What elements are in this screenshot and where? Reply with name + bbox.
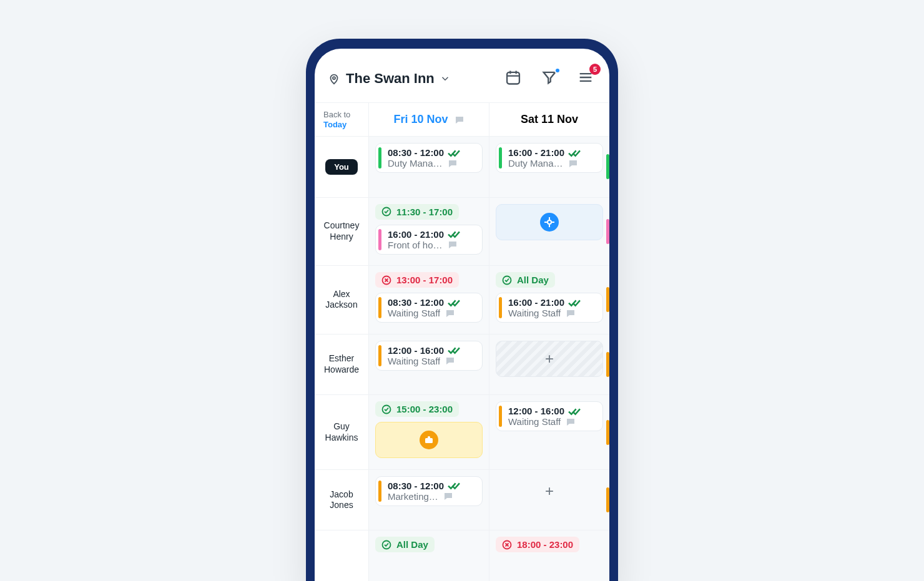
shift-card[interactable]: 08:30 - 12:00 Marketing… (375, 476, 483, 506)
shift-card[interactable]: 08:30 - 12:00 Waiting Staff (375, 293, 483, 323)
day-tab-1[interactable]: Fri 10 Nov (368, 103, 489, 136)
shift-role: Marketing… (388, 491, 477, 502)
day-tab-2-label: Sat 11 Nov (521, 113, 578, 126)
double-check-icon (568, 407, 581, 416)
shift-color-bar (378, 229, 381, 250)
location-selector[interactable]: The Swan Inn (327, 71, 494, 87)
day-cell: 11:30 - 17:00 16:00 - 21:00 Front of ho… (368, 198, 489, 266)
open-shift-placeholder[interactable] (496, 204, 603, 240)
note-icon (455, 115, 464, 124)
pin-icon (327, 72, 341, 85)
shift-role: Waiting Staff (508, 416, 597, 427)
double-check-icon (448, 298, 460, 307)
staff-name: AlexJackson (325, 289, 357, 311)
chat-icon (566, 417, 576, 426)
day-cell: 12:00 - 16:00 Waiting Staff (368, 334, 489, 396)
filter-active-dot (554, 67, 561, 74)
shift-time: 08:30 - 12:00 (388, 481, 477, 491)
back-to-today-button[interactable]: Back to Today (315, 103, 368, 136)
staff-name-cell: CourtneyHenry (315, 198, 368, 266)
staff-name-cell: GuyHawkins (315, 395, 368, 470)
day-cell: + (489, 334, 609, 396)
availability-unavailable: 13:00 - 17:00 (375, 272, 459, 288)
availability-ok: All Day (496, 272, 555, 288)
shift-card[interactable]: 16:00 - 21:00 Duty Mana… (496, 143, 603, 173)
calendar-button[interactable] (502, 66, 524, 91)
location-name: The Swan Inn (346, 71, 435, 87)
rota-grid: You 08:30 - 12:00 Duty Mana… 16:00 - 21:… (315, 137, 609, 581)
shift-color-bar (378, 481, 381, 502)
filter-button[interactable] (538, 66, 561, 91)
day-tab-2[interactable]: Sat 11 Nov (489, 103, 609, 136)
staff-name: EstherHowarde (324, 353, 359, 375)
double-check-icon (448, 346, 460, 354)
shift-color-bar (378, 147, 381, 168)
add-shift-button[interactable]: + (496, 476, 603, 506)
chat-icon (448, 159, 458, 168)
staff-name: JacobJones (330, 489, 353, 511)
shift-card[interactable]: 12:00 - 16:00 Waiting Staff (496, 401, 603, 431)
day-cell: All Day (368, 530, 489, 581)
shift-time: 12:00 - 16:00 (508, 406, 597, 416)
availability-ok: 11:30 - 17:00 (375, 204, 459, 220)
shift-role: Duty Mana… (508, 158, 597, 168)
date-row: Back to Today Fri 10 Nov Sat 11 Nov (315, 103, 609, 137)
staff-name: GuyHawkins (325, 421, 358, 443)
back-label-2: Today (323, 120, 365, 130)
next-day-hint (606, 420, 609, 445)
shift-card[interactable]: 08:30 - 12:00 Duty Mana… (375, 143, 483, 173)
shift-time: 16:00 - 21:00 (388, 229, 477, 240)
add-shift-hatched[interactable]: + (496, 341, 603, 377)
you-badge: You (325, 159, 358, 175)
day-cell: 12:00 - 16:00 Waiting Staff (489, 395, 609, 470)
staff-name: CourtneyHenry (324, 220, 360, 242)
app-screen: The Swan Inn 5 Back to (315, 49, 609, 581)
double-check-icon (568, 298, 581, 307)
staff-name-cell: You (315, 137, 368, 198)
pending-shift-placeholder[interactable] (375, 422, 483, 458)
shift-card[interactable]: 16:00 - 21:00 Waiting Staff (496, 293, 603, 323)
shift-role: Waiting Staff (388, 356, 477, 366)
shift-color-bar (378, 297, 381, 318)
shift-time: 12:00 - 16:00 (388, 345, 477, 356)
menu-button[interactable]: 5 (574, 66, 597, 91)
shift-role: Duty Mana… (388, 158, 477, 168)
chat-icon (568, 159, 578, 168)
staff-name-cell: JacobJones (315, 470, 368, 531)
shift-color-bar (499, 406, 502, 427)
topbar-actions: 5 (502, 66, 597, 91)
shift-role: Waiting Staff (508, 308, 597, 318)
shift-card[interactable]: 12:00 - 16:00 Waiting Staff (375, 341, 483, 371)
shift-color-bar (378, 345, 381, 366)
availability-unavailable: 18:00 - 23:00 (496, 537, 579, 552)
calendar-icon (504, 69, 522, 86)
day-cell: 08:30 - 12:00 Duty Mana… (368, 137, 489, 198)
target-icon (540, 213, 559, 232)
day-cell: 16:00 - 21:00 Duty Mana… (489, 137, 609, 198)
double-check-icon (448, 149, 460, 157)
staff-name-cell (315, 530, 368, 581)
shift-card[interactable]: 16:00 - 21:00 Front of ho… (375, 225, 483, 255)
next-day-hint (606, 154, 609, 179)
availability-ok: All Day (375, 537, 435, 552)
notification-badge: 5 (589, 64, 601, 75)
shift-role: Front of ho… (388, 240, 477, 250)
chat-icon (566, 309, 576, 318)
shift-color-bar (499, 147, 502, 168)
shift-time: 16:00 - 21:00 (508, 297, 597, 308)
chat-icon (448, 240, 458, 249)
next-day-hint (606, 287, 609, 312)
shift-color-bar (499, 297, 502, 318)
next-day-hint (606, 219, 609, 244)
back-label-1: Back to (323, 110, 365, 120)
phone-frame: The Swan Inn 5 Back to (306, 39, 618, 581)
day-tab-1-label: Fri 10 Nov (393, 113, 448, 126)
day-cell: All Day 16:00 - 21:00 Waiting Staff (489, 266, 609, 334)
staff-name-cell: EstherHowarde (315, 334, 368, 396)
shift-time: 08:30 - 12:00 (388, 297, 477, 308)
chat-icon (443, 492, 453, 500)
day-cell (489, 198, 609, 266)
next-day-hint (606, 352, 609, 377)
double-check-icon (448, 481, 460, 490)
double-check-icon (448, 230, 460, 238)
